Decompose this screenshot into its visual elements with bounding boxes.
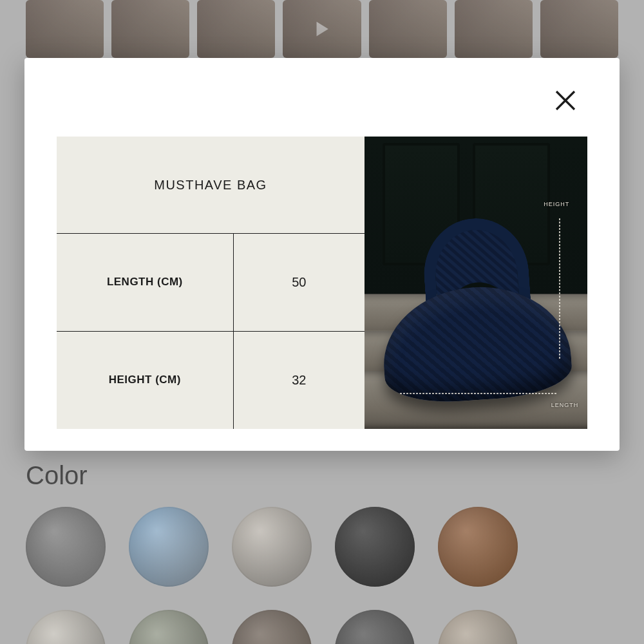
size-table: MUSTHAVE BAG LENGTH (CM) 50 HEIGHT (CM) …: [57, 137, 365, 429]
size-row-length: LENGTH (CM) 50: [57, 234, 365, 331]
size-row-height: HEIGHT (CM) 32: [57, 332, 365, 429]
size-guide-modal: MUSTHAVE BAG LENGTH (CM) 50 HEIGHT (CM) …: [24, 58, 620, 451]
page-root: Color MUSTHAVE BAG: [0, 0, 644, 644]
dimension-line-length: [400, 393, 556, 394]
dimension-line-height: [559, 218, 560, 359]
bag-illustration: [383, 218, 570, 399]
size-value-length: 50: [234, 234, 365, 330]
size-panel: MUSTHAVE BAG LENGTH (CM) 50 HEIGHT (CM) …: [57, 137, 587, 429]
size-label-length: LENGTH (CM): [57, 234, 234, 330]
size-reference-image: HEIGHT LENGTH: [365, 137, 587, 429]
size-label-height: HEIGHT (CM): [57, 332, 234, 429]
dimension-label-height: HEIGHT: [544, 201, 569, 207]
dimension-label-length: LENGTH: [551, 402, 579, 408]
close-icon: [553, 88, 578, 113]
size-table-title: MUSTHAVE BAG: [57, 137, 365, 234]
close-button[interactable]: [550, 85, 581, 116]
size-value-height: 32: [234, 332, 365, 429]
